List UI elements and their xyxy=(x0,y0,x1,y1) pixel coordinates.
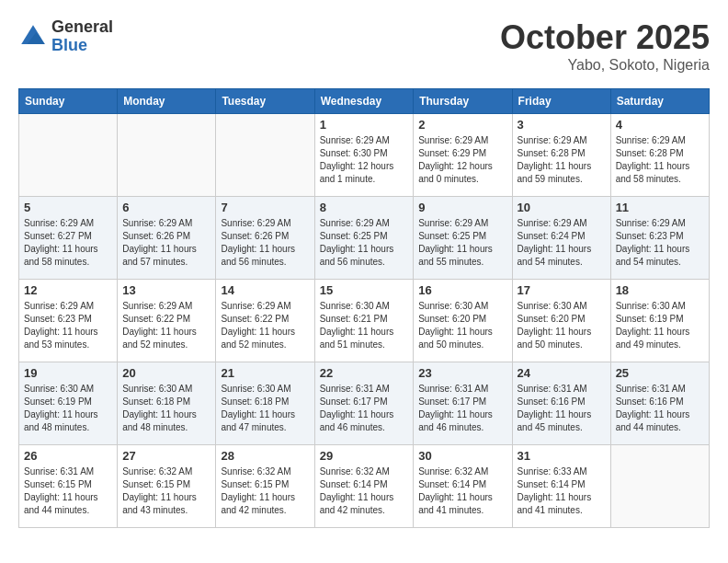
calendar-day-cell: 13Sunrise: 6:29 AM Sunset: 6:22 PM Dayli… xyxy=(118,280,216,362)
calendar-day-cell: 19Sunrise: 6:30 AM Sunset: 6:19 PM Dayli… xyxy=(19,362,118,445)
day-number: 12 xyxy=(24,283,112,297)
day-number: 14 xyxy=(221,283,309,297)
weekday-header: Wednesday xyxy=(314,89,414,114)
day-info: Sunrise: 6:31 AM Sunset: 6:17 PM Dayligh… xyxy=(320,383,409,434)
day-info: Sunrise: 6:29 AM Sunset: 6:28 PM Dayligh… xyxy=(616,134,704,186)
calendar-day-cell: 3Sunrise: 6:29 AM Sunset: 6:28 PM Daylig… xyxy=(512,114,610,197)
day-info: Sunrise: 6:30 AM Sunset: 6:19 PM Dayligh… xyxy=(24,383,112,434)
calendar-day-cell: 10Sunrise: 6:29 AM Sunset: 6:24 PM Dayli… xyxy=(512,197,610,280)
day-number: 7 xyxy=(221,201,309,214)
day-number: 25 xyxy=(616,366,704,380)
calendar-day-cell: 21Sunrise: 6:30 AM Sunset: 6:18 PM Dayli… xyxy=(216,362,314,445)
logo-text: General Blue xyxy=(51,18,113,55)
day-number: 24 xyxy=(518,366,606,380)
logo-blue: Blue xyxy=(51,36,87,54)
day-info: Sunrise: 6:29 AM Sunset: 6:22 PM Dayligh… xyxy=(122,300,210,351)
logo-general: General xyxy=(51,17,113,36)
day-number: 28 xyxy=(221,449,309,463)
calendar-day-cell: 11Sunrise: 6:29 AM Sunset: 6:23 PM Dayli… xyxy=(610,197,709,280)
calendar-day-cell: 16Sunrise: 6:30 AM Sunset: 6:20 PM Dayli… xyxy=(414,280,512,362)
weekday-header: Tuesday xyxy=(216,89,314,114)
day-info: Sunrise: 6:29 AM Sunset: 6:27 PM Dayligh… xyxy=(24,217,112,269)
page-header: General Blue October 2025 Yabo, Sokoto, … xyxy=(18,18,710,74)
day-info: Sunrise: 6:29 AM Sunset: 6:28 PM Dayligh… xyxy=(518,134,606,186)
calendar-day-cell: 30Sunrise: 6:32 AM Sunset: 6:14 PM Dayli… xyxy=(414,445,512,528)
calendar-day-cell: 22Sunrise: 6:31 AM Sunset: 6:17 PM Dayli… xyxy=(314,362,414,445)
day-number: 23 xyxy=(418,366,506,380)
calendar-day-cell: 14Sunrise: 6:29 AM Sunset: 6:22 PM Dayli… xyxy=(216,280,314,362)
day-info: Sunrise: 6:33 AM Sunset: 6:14 PM Dayligh… xyxy=(518,465,606,517)
calendar-week-row: 19Sunrise: 6:30 AM Sunset: 6:19 PM Dayli… xyxy=(19,362,710,445)
day-info: Sunrise: 6:31 AM Sunset: 6:16 PM Dayligh… xyxy=(616,383,704,434)
calendar-day-cell: 4Sunrise: 6:29 AM Sunset: 6:28 PM Daylig… xyxy=(610,114,709,197)
calendar-day-cell xyxy=(610,445,709,528)
day-number: 19 xyxy=(24,366,112,380)
calendar-day-cell: 2Sunrise: 6:29 AM Sunset: 6:29 PM Daylig… xyxy=(414,114,512,197)
calendar-day-cell: 17Sunrise: 6:30 AM Sunset: 6:20 PM Dayli… xyxy=(512,280,610,362)
title-block: October 2025 Yabo, Sokoto, Nigeria xyxy=(500,18,710,74)
calendar-week-row: 12Sunrise: 6:29 AM Sunset: 6:23 PM Dayli… xyxy=(19,280,710,362)
calendar-week-row: 26Sunrise: 6:31 AM Sunset: 6:15 PM Dayli… xyxy=(19,445,710,528)
day-number: 9 xyxy=(418,201,506,214)
calendar-day-cell: 31Sunrise: 6:33 AM Sunset: 6:14 PM Dayli… xyxy=(512,445,610,528)
calendar-day-cell: 26Sunrise: 6:31 AM Sunset: 6:15 PM Dayli… xyxy=(19,445,118,528)
weekday-header: Thursday xyxy=(414,89,512,114)
day-info: Sunrise: 6:29 AM Sunset: 6:23 PM Dayligh… xyxy=(616,217,704,269)
calendar-day-cell: 12Sunrise: 6:29 AM Sunset: 6:23 PM Dayli… xyxy=(19,280,118,362)
day-info: Sunrise: 6:30 AM Sunset: 6:21 PM Dayligh… xyxy=(320,300,409,351)
calendar-day-cell: 6Sunrise: 6:29 AM Sunset: 6:26 PM Daylig… xyxy=(118,197,216,280)
day-number: 3 xyxy=(518,118,606,132)
weekday-header: Friday xyxy=(512,89,610,114)
day-info: Sunrise: 6:31 AM Sunset: 6:17 PM Dayligh… xyxy=(418,383,506,434)
weekday-header: Sunday xyxy=(19,89,118,114)
calendar-day-cell: 8Sunrise: 6:29 AM Sunset: 6:25 PM Daylig… xyxy=(314,197,414,280)
calendar-day-cell xyxy=(216,114,314,197)
day-info: Sunrise: 6:30 AM Sunset: 6:18 PM Dayligh… xyxy=(221,383,309,434)
day-number: 18 xyxy=(616,283,704,297)
day-info: Sunrise: 6:29 AM Sunset: 6:26 PM Dayligh… xyxy=(122,217,210,269)
day-info: Sunrise: 6:30 AM Sunset: 6:19 PM Dayligh… xyxy=(616,300,704,351)
day-info: Sunrise: 6:29 AM Sunset: 6:26 PM Dayligh… xyxy=(221,217,309,269)
day-number: 13 xyxy=(122,283,210,297)
calendar-day-cell: 1Sunrise: 6:29 AM Sunset: 6:30 PM Daylig… xyxy=(314,114,414,197)
calendar-day-cell xyxy=(19,114,118,197)
month-title: October 2025 xyxy=(500,18,710,57)
calendar-day-cell xyxy=(118,114,216,197)
location-title: Yabo, Sokoto, Nigeria xyxy=(500,57,710,74)
calendar-day-cell: 20Sunrise: 6:30 AM Sunset: 6:18 PM Dayli… xyxy=(118,362,216,445)
calendar-day-cell: 28Sunrise: 6:32 AM Sunset: 6:15 PM Dayli… xyxy=(216,445,314,528)
day-number: 11 xyxy=(616,201,704,214)
day-number: 5 xyxy=(24,201,112,214)
calendar-header-row: SundayMondayTuesdayWednesdayThursdayFrid… xyxy=(19,89,710,114)
day-info: Sunrise: 6:29 AM Sunset: 6:22 PM Dayligh… xyxy=(221,300,309,351)
day-info: Sunrise: 6:29 AM Sunset: 6:23 PM Dayligh… xyxy=(24,300,112,351)
day-info: Sunrise: 6:29 AM Sunset: 6:25 PM Dayligh… xyxy=(418,217,506,269)
day-number: 1 xyxy=(320,118,409,132)
day-info: Sunrise: 6:30 AM Sunset: 6:20 PM Dayligh… xyxy=(518,300,606,351)
day-number: 10 xyxy=(518,201,606,214)
day-info: Sunrise: 6:29 AM Sunset: 6:30 PM Dayligh… xyxy=(320,134,409,186)
day-info: Sunrise: 6:32 AM Sunset: 6:15 PM Dayligh… xyxy=(122,465,210,517)
day-number: 29 xyxy=(320,449,409,463)
calendar-day-cell: 27Sunrise: 6:32 AM Sunset: 6:15 PM Dayli… xyxy=(118,445,216,528)
day-info: Sunrise: 6:29 AM Sunset: 6:24 PM Dayligh… xyxy=(518,217,606,269)
day-info: Sunrise: 6:32 AM Sunset: 6:14 PM Dayligh… xyxy=(320,465,409,517)
calendar-day-cell: 18Sunrise: 6:30 AM Sunset: 6:19 PM Dayli… xyxy=(610,280,709,362)
day-info: Sunrise: 6:30 AM Sunset: 6:20 PM Dayligh… xyxy=(418,300,506,351)
day-number: 6 xyxy=(122,201,210,214)
weekday-header: Saturday xyxy=(610,89,709,114)
calendar-day-cell: 15Sunrise: 6:30 AM Sunset: 6:21 PM Dayli… xyxy=(314,280,414,362)
day-info: Sunrise: 6:31 AM Sunset: 6:15 PM Dayligh… xyxy=(24,465,112,517)
day-number: 30 xyxy=(418,449,506,463)
day-number: 4 xyxy=(616,118,704,132)
calendar-table: SundayMondayTuesdayWednesdayThursdayFrid… xyxy=(18,88,710,528)
day-number: 8 xyxy=(320,201,409,214)
logo-icon xyxy=(18,22,48,52)
logo: General Blue xyxy=(18,18,113,55)
day-number: 27 xyxy=(122,449,210,463)
day-number: 17 xyxy=(518,283,606,297)
day-info: Sunrise: 6:32 AM Sunset: 6:14 PM Dayligh… xyxy=(418,465,506,517)
day-info: Sunrise: 6:31 AM Sunset: 6:16 PM Dayligh… xyxy=(518,383,606,434)
day-info: Sunrise: 6:29 AM Sunset: 6:25 PM Dayligh… xyxy=(320,217,409,269)
day-number: 26 xyxy=(24,449,112,463)
